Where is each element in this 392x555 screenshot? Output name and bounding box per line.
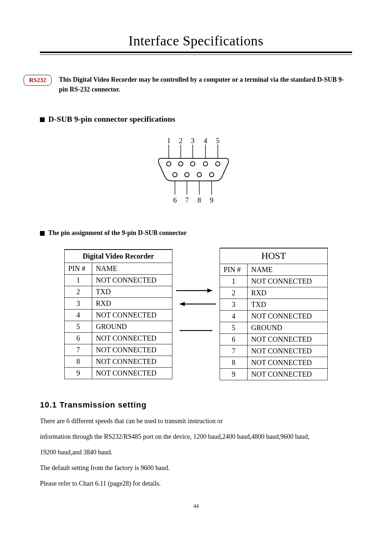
square-bullet-icon [40,117,45,122]
table-row: 6NOT CONNECTED [65,332,172,344]
transmission-heading: 10.1 Transmission setting [40,400,352,410]
svg-marker-28 [207,288,212,293]
svg-text:9: 9 [210,196,213,204]
dsub-connector-icon: 1 2 3 4 5 [154,137,238,209]
svg-marker-30 [180,302,185,306]
page: Interface Specifications RS232 This Digi… [0,0,392,509]
intro-text: This Digital Video Recorder may be contr… [59,75,352,94]
table-row: 5GROUND [220,322,328,334]
connector-section-heading: D-SUB 9-pin connector specifications [40,114,352,124]
trans-p2: information through the RS232/RS485 port… [40,432,352,442]
table-row: 4NOT CONNECTED [220,311,328,322]
pin-assignment-heading: The pin assignment of the 9-pin D-SUB co… [40,229,352,237]
table-row: 1NOT CONNECTED [65,274,172,286]
table-row: 2RXD [220,287,328,299]
svg-point-15 [173,173,177,177]
host-col-name: NAME [248,264,328,276]
table-row: 3TXD [220,299,328,311]
dvr-pin-table: Digital Video Recorder PIN # NAME 1NOT C… [64,249,172,379]
svg-point-17 [197,173,201,177]
table-row: 2TXD [65,286,172,297]
svg-text:1: 1 [167,137,171,145]
svg-text:7: 7 [185,196,189,204]
svg-point-13 [203,162,208,166]
dvr-col-name: NAME [92,263,172,274]
svg-text:4: 4 [204,137,207,145]
host-pin-table: HOST PIN # NAME 1NOT CONNECTED 2RXD 3TXD… [220,248,328,380]
trans-p1: There are 6 different speeds that can be… [40,416,352,426]
table-row: 9NOT CONNECTED [65,367,172,379]
table-row: 5GROUND [65,321,172,332]
svg-point-10 [167,162,171,166]
svg-point-16 [185,173,189,177]
svg-text:8: 8 [197,196,201,204]
table-row: 3RXD [65,297,172,309]
title-underline [40,52,352,55]
dvr-col-pin: PIN # [65,263,92,274]
svg-text:5: 5 [216,137,220,145]
table-row: 9NOT CONNECTED [220,369,328,380]
connector-section-label: D-SUB 9-pin connector specifications [48,114,175,123]
svg-text:2: 2 [179,137,183,145]
square-bullet-icon [40,231,45,236]
host-col-pin: PIN # [220,264,248,276]
pin-tables-row: Digital Video Recorder PIN # NAME 1NOT C… [40,248,352,380]
rs232-badge: RS232 [24,75,52,86]
page-title: Interface Specifications [40,33,352,49]
intro-row: RS232 This Digital Video Recorder may be… [24,75,352,94]
table-row: 6NOT CONNECTED [220,334,328,345]
svg-point-12 [191,162,195,166]
table-row: 8NOT CONNECTED [65,356,172,367]
transmission-body: There are 6 different speeds that can be… [40,416,352,489]
table-row: 1NOT CONNECTED [220,276,328,287]
page-number: 44 [40,503,352,509]
table-row: 7NOT CONNECTED [220,345,328,357]
host-table-title: HOST [220,248,328,264]
trans-p3: 19200 baud,and 3840 baud. [40,447,352,457]
connector-diagram-wrap: 1 2 3 4 5 [40,137,352,209]
table-row: 7NOT CONNECTED [65,344,172,356]
table-row: 8NOT CONNECTED [220,357,328,369]
svg-text:6: 6 [173,196,177,204]
connection-arrows-icon [172,249,220,380]
svg-point-11 [179,162,183,166]
trans-p5: Please refer to Chart 6.11 (page28) for … [40,479,352,489]
dvr-table-title: Digital Video Recorder [65,250,172,263]
svg-point-18 [209,173,214,177]
table-row: 4NOT CONNECTED [65,309,172,321]
svg-text:3: 3 [191,137,195,145]
svg-point-14 [216,162,220,166]
pin-assignment-label: The pin assignment of the 9-pin D-SUB co… [48,229,187,236]
trans-p4: The default setting from the factory is … [40,463,352,473]
